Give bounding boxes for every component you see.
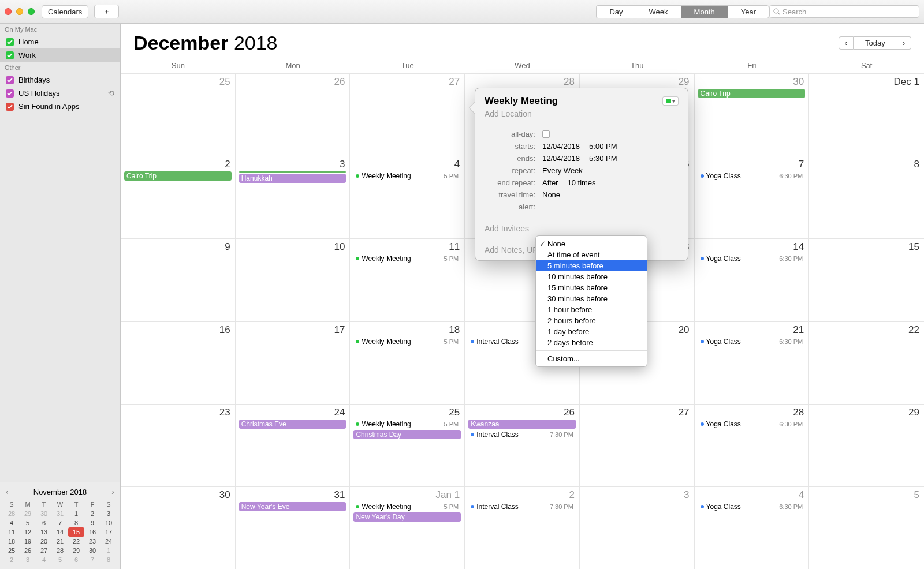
mini-day[interactable]: 6 [36,518,52,527]
dropdown-item[interactable]: 15 minutes before [536,282,647,293]
location-field[interactable]: Add Location [485,109,679,118]
dropdown-item[interactable]: 1 day before [536,326,647,337]
allday-checkbox[interactable] [542,130,550,138]
day-cell[interactable]: 28Yoga Class6:30 PM [695,404,810,486]
event[interactable]: Hanukkah [239,174,346,183]
day-cell[interactable]: 4Weekly Meeting5 PM [350,156,465,238]
event[interactable]: Weekly Meeting5 PM [353,254,461,263]
event[interactable]: Yoga Class6:30 PM [698,502,806,511]
calendar-checkbox[interactable] [6,51,14,59]
ends-time[interactable]: 5:30 PM [589,154,617,163]
day-cell[interactable]: 10 [236,238,351,321]
dropdown-item[interactable]: 30 minutes before [536,293,647,304]
starts-date[interactable]: 12/04/2018 [542,142,580,151]
day-cell[interactable]: 30 [121,486,236,569]
today-button[interactable]: Today [854,36,897,50]
mini-day[interactable]: 9 [84,518,100,527]
day-cell[interactable]: 25 [121,73,236,156]
sidebar-item[interactable]: Siri Found in Apps [0,100,120,113]
mini-day[interactable]: 26 [20,546,36,555]
calendars-button[interactable]: Calendars [42,5,88,18]
event[interactable]: Weekly Meeting5 PM [353,337,461,346]
mini-day[interactable]: 12 [20,527,36,537]
mini-day[interactable]: 10 [100,518,117,527]
mini-day[interactable]: 7 [84,555,100,564]
event[interactable]: Cairo Trip [698,89,806,98]
sidebar-item[interactable]: Work [0,48,120,62]
day-cell[interactable]: 26 [236,73,351,156]
mini-day[interactable]: 28 [3,509,20,518]
event[interactable]: Yoga Class6:30 PM [698,337,806,346]
day-cell[interactable]: 29 [809,404,924,486]
endrepeat-value[interactable]: After [542,178,558,187]
dropdown-item[interactable]: 1 hour before [536,304,647,315]
mini-day[interactable]: 29 [68,546,84,555]
mini-day[interactable]: 4 [3,518,20,527]
mini-day[interactable]: 20 [36,537,52,546]
event[interactable]: New Year's Eve [239,502,346,511]
day-cell[interactable]: 3 [580,486,695,569]
next-month-button[interactable]: › [897,36,911,50]
search-input[interactable]: Search [769,5,919,18]
day-cell[interactable]: 14Yoga Class6:30 PM [695,238,810,321]
event[interactable]: Weekly Meeting5 PM [353,420,461,429]
mini-next-button[interactable]: › [111,487,114,496]
mini-day[interactable]: 28 [52,546,68,555]
starts-time[interactable]: 5:00 PM [589,142,617,151]
day-cell[interactable]: 24Christmas Eve [236,404,351,486]
event[interactable]: Weekly Meeting5 PM [353,502,461,511]
event[interactable]: Yoga Class6:30 PM [698,171,806,181]
mini-day[interactable]: 1 [100,546,117,555]
day-cell[interactable]: Jan 1Weekly Meeting5 PMNew Year's Day [350,486,465,569]
mini-day[interactable]: 2 [3,555,20,564]
sidebar-item[interactable]: Birthdays [0,73,120,87]
dropdown-item[interactable]: 5 minutes before [536,260,647,271]
dropdown-item[interactable]: None [536,238,647,249]
day-cell[interactable]: Dec 1 [809,73,924,156]
dropdown-item[interactable]: 2 days before [536,337,647,348]
mini-day[interactable]: 30 [36,509,52,518]
calendar-checkbox[interactable] [6,76,14,84]
mini-day[interactable]: 5 [52,555,68,564]
day-cell[interactable]: 23 [121,404,236,486]
repeat-value[interactable]: Every Week [542,166,583,175]
day-cell[interactable]: 17 [236,321,351,404]
ends-date[interactable]: 12/04/2018 [542,154,580,163]
view-week[interactable]: Week [636,5,681,18]
mini-day[interactable]: 21 [52,537,68,546]
mini-day[interactable]: 3 [100,509,117,518]
endrepeat-times[interactable]: 10 times [567,178,595,187]
close-icon[interactable] [5,8,12,15]
mini-day[interactable]: 29 [20,509,36,518]
mini-day[interactable]: 8 [68,518,84,527]
mini-day[interactable]: 3 [20,555,36,564]
mini-day[interactable]: 18 [3,537,20,546]
mini-day[interactable]: 11 [3,527,20,537]
day-cell[interactable]: 3Hanukkah [236,156,351,238]
sidebar-item[interactable]: US Holidays⟲ [0,87,120,100]
dropdown-custom[interactable]: Custom... [536,353,647,364]
calendar-checkbox[interactable] [6,38,14,46]
calendar-checkbox[interactable] [6,89,14,98]
mini-day[interactable]: 2 [84,509,100,518]
mini-day[interactable]: 15 [68,527,84,537]
day-cell[interactable]: 27 [350,73,465,156]
mini-prev-button[interactable]: ‹ [6,487,9,496]
travel-value[interactable]: None [542,190,560,199]
day-cell[interactable]: 2Cairo Trip [121,156,236,238]
dropdown-item[interactable]: 2 hours before [536,315,647,326]
day-cell[interactable]: 9 [121,238,236,321]
day-cell[interactable]: 21Yoga Class6:30 PM [695,321,810,404]
mini-day[interactable]: 14 [52,527,68,537]
mini-day[interactable]: 6 [68,555,84,564]
event[interactable]: Interval Class7:30 PM [468,502,576,511]
mini-day[interactable]: 27 [36,546,52,555]
mini-day[interactable]: 19 [20,537,36,546]
mini-day[interactable]: 31 [52,509,68,518]
mini-day[interactable]: 24 [100,537,117,546]
event[interactable]: Interval Class7:30 PM [468,430,576,439]
mini-day[interactable]: 13 [36,527,52,537]
event[interactable]: Christmas Day [353,430,461,439]
day-cell[interactable]: 18Weekly Meeting5 PM [350,321,465,404]
mini-day[interactable]: 1 [68,509,84,518]
